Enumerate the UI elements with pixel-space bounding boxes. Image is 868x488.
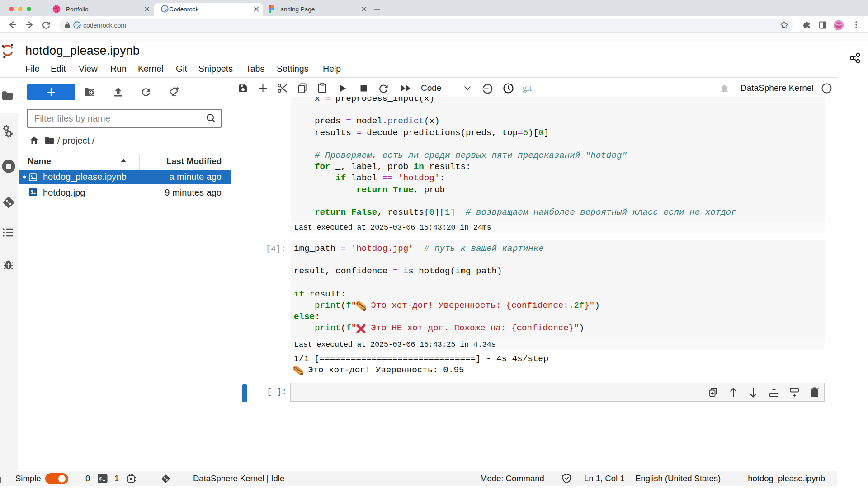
svg-text:$: $ [99,476,103,482]
